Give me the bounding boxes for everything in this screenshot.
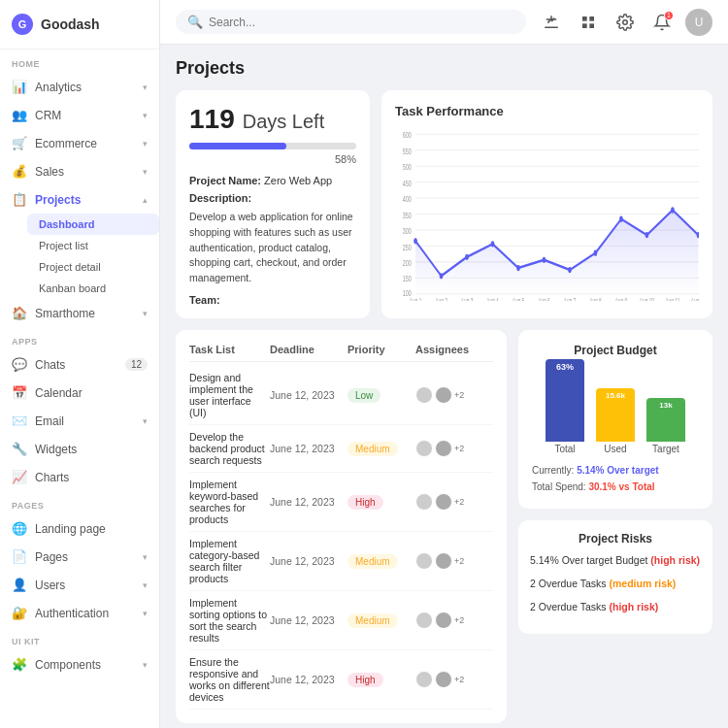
sidebar-item-email[interactable]: ✉️Email ▾: [0, 407, 159, 435]
project-name-row: Project Name: Zero Web App: [189, 175, 356, 186]
risks-title: Project Risks: [530, 532, 701, 546]
home-section-label: HOME: [0, 50, 159, 73]
assignee-avatar: [435, 386, 452, 404]
sidebar-item-projects[interactable]: 📋Projects ▴: [0, 185, 159, 214]
task-assignees: +2: [415, 386, 493, 404]
svg-text:Aug 6: Aug 6: [538, 297, 550, 301]
sidebar-item-widgets[interactable]: 🔧Widgets: [0, 435, 159, 463]
task-deadline: June 12, 2023: [270, 496, 347, 508]
search-input[interactable]: [209, 16, 514, 29]
calendar-label: Calendar: [35, 386, 83, 400]
assignee-avatar: [435, 612, 452, 629]
grid-icon[interactable]: [575, 9, 602, 36]
task-deadline: June 12, 2023: [270, 443, 347, 454]
charts-label: Charts: [35, 471, 69, 484]
table-row: Implement keyword-based searches for pro…: [189, 473, 493, 532]
notification-bell-icon[interactable]: 1: [648, 9, 676, 36]
sidebar-sub-item-project-detail[interactable]: Project detail: [27, 256, 159, 278]
sidebar-item-components[interactable]: 🧩Components ▾: [0, 650, 159, 678]
sales-label: Sales: [35, 165, 64, 179]
sidebar-item-landing[interactable]: 🌐Landing page: [0, 514, 159, 543]
task-name: Design and implement the user interface …: [189, 372, 270, 418]
description-row: Description:: [189, 192, 356, 204]
team-label: Team:: [189, 294, 356, 306]
col-task: Task List: [189, 344, 270, 355]
currently-value: 5.14% Over target: [577, 465, 659, 476]
chats-label: Chats: [35, 358, 65, 372]
risk-items: 5.14% Over target Budget (high risk)2 Ov…: [530, 553, 701, 614]
task-priority: Medium: [347, 442, 415, 456]
sidebar: G Goodash HOME 📊Analytics ▾ 👥CRM ▾ 🛒Ecom…: [0, 0, 160, 728]
total-spend-value: 30.1% vs Total: [588, 481, 654, 492]
svg-rect-0: [582, 17, 587, 21]
sidebar-item-analytics[interactable]: 📊Analytics ▾: [0, 73, 159, 101]
svg-text:550: 550: [403, 146, 412, 156]
col-target: Target: [652, 444, 679, 454]
app-name: Goodash: [41, 17, 100, 32]
chats-icon: 💬: [12, 357, 27, 372]
assignee-avatar: [435, 493, 452, 511]
chevron-down-icon: ▾: [143, 309, 148, 318]
sidebar-item-users[interactable]: 👤Users ▾: [0, 571, 159, 599]
svg-text:300: 300: [403, 226, 412, 237]
pages-icon: 📄: [12, 549, 27, 564]
svg-point-33: [568, 267, 572, 273]
col-used: Used: [604, 444, 626, 454]
sidebar-item-auth[interactable]: 🔐Authentication ▾: [0, 599, 159, 627]
sidebar-item-calendar[interactable]: 📅Calendar: [0, 379, 159, 407]
settings-icon[interactable]: [612, 9, 639, 36]
risk-label: (high risk): [650, 554, 700, 566]
sidebar-item-sales[interactable]: 💰Sales ▾: [0, 157, 159, 185]
col-priority: Priority: [347, 344, 415, 355]
bar-total: 63%: [546, 359, 584, 442]
sidebar-item-pages[interactable]: 📄Pages ▾: [0, 543, 159, 571]
svg-text:200: 200: [403, 257, 412, 268]
assignee-count: +2: [454, 675, 464, 684]
task-deadline: June 12, 2023: [270, 389, 347, 401]
sidebar-item-chats[interactable]: 💬Chats 12: [0, 350, 159, 379]
crm-label: CRM: [35, 109, 61, 122]
sidebar-sub-item-dashboard[interactable]: Dashboard: [27, 214, 159, 235]
sidebar-item-ecommerce[interactable]: 🛒Ecommerce ▾: [0, 129, 159, 157]
chevron-up-icon: ▴: [143, 195, 148, 205]
svg-point-28: [440, 273, 444, 279]
chevron-down-icon: ▾: [143, 139, 148, 149]
currently-row: Currently: 5.14% Over target: [532, 462, 699, 479]
line-chart-svg: 600 550 500 450 400 350 300 250 200 150 …: [395, 126, 699, 301]
assignee-count: +2: [454, 497, 464, 507]
topbar-icons: 1 U: [538, 9, 712, 36]
task-assignees: +2: [415, 440, 493, 457]
svg-text:400: 400: [403, 194, 412, 205]
avatar[interactable]: U: [685, 9, 712, 36]
svg-text:Aug 9: Aug 9: [615, 297, 628, 301]
assignee-avatar: [415, 386, 433, 404]
table-row: Design and implement the user interface …: [189, 366, 493, 425]
search-box[interactable]: 🔍: [176, 10, 526, 34]
email-icon: ✉️: [12, 414, 27, 428]
chevron-down-icon: ▾: [143, 609, 148, 618]
page-content: Projects 119 Days Left 58% Project Name:…: [160, 45, 728, 728]
sidebar-sub-item-kanban[interactable]: Kanban board: [27, 278, 159, 299]
chevron-down-icon: ▾: [143, 167, 148, 177]
sidebar-item-charts[interactable]: 📈Charts: [0, 463, 159, 491]
task-rows: Design and implement the user interface …: [189, 366, 493, 710]
project-name-value: Zero Web App: [264, 175, 332, 186]
assignee-avatar: [435, 671, 452, 688]
logo: G Goodash: [0, 0, 159, 50]
sidebar-sub-item-project-list[interactable]: Project list: [27, 235, 159, 256]
task-name: Implement sorting options to sort the se…: [189, 597, 270, 644]
task-name: Implement category-based search filter p…: [189, 538, 270, 584]
page-title: Projects: [176, 58, 712, 79]
task-priority: Low: [347, 388, 415, 403]
task-assignees: +2: [415, 612, 493, 629]
translate-icon[interactable]: [538, 9, 565, 36]
currently-label: Currently:: [532, 465, 574, 476]
description-label: Description:: [189, 192, 251, 204]
sidebar-item-crm[interactable]: 👥CRM ▾: [0, 101, 159, 129]
sidebar-item-smarthome[interactable]: 🏠Smarthome ▾: [0, 299, 159, 327]
table-row: Implement category-based search filter p…: [189, 532, 493, 591]
analytics-icon: 📊: [12, 80, 27, 94]
svg-text:250: 250: [403, 242, 412, 252]
col-assignees: Assignees: [415, 344, 493, 355]
svg-rect-3: [589, 23, 594, 28]
